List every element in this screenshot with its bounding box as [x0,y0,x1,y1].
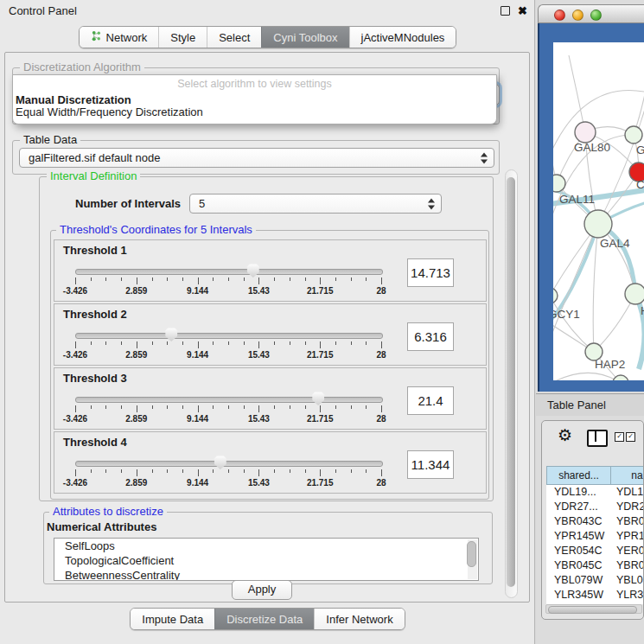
network-node-label: GAL11 [559,193,595,206]
threshold-panel-1: Threshold 1-3.4262.8599.14415.4321.71528… [54,239,487,302]
numerical-attributes-label: Numerical Attributes [47,520,156,533]
tab-style[interactable]: Style [158,27,207,48]
threshold-label: Threshold 3 [63,372,127,385]
tick-label: 28 [376,478,386,488]
zoom-traffic-light-icon[interactable] [590,10,602,21]
checkbox-icon[interactable]: ✓ [615,432,624,442]
thresholds-group: Threshold's Coordinates for 5 Intervals … [50,230,489,500]
column-header-name[interactable]: na [610,466,644,485]
network-node[interactable] [584,210,612,238]
bottom-tab-discretize-data[interactable]: Discretize Data [214,609,314,629]
attributes-scrollbar[interactable] [468,539,477,579]
table-row[interactable]: YDR27...YDR2 [546,500,644,514]
threshold-slider[interactable] [75,269,383,275]
attribute-list-item[interactable]: BetweennessCentrality [54,568,478,581]
tick-label: 21.715 [307,478,334,488]
numerical-attributes-list[interactable]: SelfLoopsTopologicalCoefficientBetweenne… [54,538,479,581]
network-node[interactable] [553,175,565,192]
network-node[interactable] [613,375,628,380]
slider-thumb[interactable] [312,392,325,405]
attribute-list-item[interactable]: TopologicalCoefficient [54,553,478,568]
close-icon[interactable]: ✖ [518,5,527,16]
network-window-titlebar[interactable] [538,4,644,23]
slider-thumb[interactable] [246,264,259,277]
slider-tick-labels: -3.4262.8599.14415.4321.71528 [75,350,381,360]
column-header-shared[interactable]: shared... [546,466,611,485]
apply-button[interactable]: Apply [232,580,292,600]
dropdown-option-equal-width-frequency-discretization[interactable]: Equal Width/Frequency Discretization [13,106,496,118]
tick-label: -3.426 [63,414,87,424]
threshold-value-field[interactable]: 6.316 [407,322,454,351]
threshold-label: Threshold 1 [63,244,127,257]
network-graph: GAL80GACGAL11GAL4GCY1HHAP2 [553,42,644,380]
cell-shared-name: YDL19... [546,485,610,500]
network-node[interactable] [553,288,558,303]
table-row[interactable]: YLR345WYLR3 [546,588,644,603]
network-node[interactable] [625,126,642,143]
network-node-label: HAP2 [595,358,625,371]
tick-label: -3.426 [63,350,87,360]
slider-thumb[interactable] [165,328,178,341]
slider-tick-labels: -3.4262.8599.14415.4321.71528 [75,478,381,488]
slider-ticks [75,277,381,285]
threshold-value-field[interactable]: 21.4 [407,386,454,415]
tab-label: Select [219,31,250,44]
slider-ticks [75,469,381,477]
table-row[interactable]: YBL079WYBL0 [546,573,644,588]
table-horizontal-scrollbar[interactable] [545,604,642,614]
tick-label: 9.144 [187,286,208,296]
network-node[interactable] [575,122,596,143]
threshold-value-field[interactable]: 11.344 [407,450,454,479]
tick-label: 2.859 [125,414,147,424]
cell-name: YDL1 [610,485,643,500]
network-canvas[interactable]: GAL80GACGAL11GAL4GCY1HHAP2 [553,42,644,380]
tick-label: 28 [376,414,386,424]
tab-label: Discretize Data [226,613,303,626]
network-view-window: GAL80GACGAL11GAL4GCY1HHAP2 [538,4,644,392]
window-title: Control Panel [9,4,77,17]
table-row[interactable]: YBR043CYBR0 [546,514,644,529]
tab-jactivemnodules[interactable]: jActiveMNodules [349,27,456,48]
float-window-icon[interactable] [501,6,510,16]
bottom-tab-infer-network[interactable]: Infer Network [314,609,404,629]
network-edge [553,373,621,380]
tick-label: 28 [376,286,386,296]
cell-name: YBR0 [610,514,644,529]
tick-label: 21.715 [307,414,334,424]
panel-vertical-scrollbar[interactable] [505,169,518,598]
threshold-label: Threshold 2 [63,308,127,321]
table-data-combobox[interactable]: galFiltered.sif default node [19,148,494,168]
slider-thumb[interactable] [214,456,226,469]
network-node[interactable] [625,284,644,304]
tick-label: 9.144 [187,414,208,424]
top-tab-bar: NetworkStyleSelectCyni ToolboxjActiveMNo… [0,26,535,48]
network-window-frame: GAL80GACGAL11GAL4GCY1HHAP2 [538,23,644,392]
tab-cyni-toolbox[interactable]: Cyni Toolbox [261,27,348,48]
gear-icon[interactable]: ⚙ [558,425,572,445]
node-table[interactable]: YDL19...YDL1YDR27...YDR2YBR043CYBR0YPR14… [546,485,644,604]
tab-network[interactable]: Network [80,27,159,48]
attributes-group-title: Attributes to discretize [49,506,167,518]
dropdown-option-manual-discretization[interactable]: Manual Discretization [13,94,496,106]
bottom-tab-impute-data[interactable]: Impute Data [131,609,214,629]
algorithm-group-title: Discretization Algorithm [20,61,144,73]
table-row[interactable]: YBR045CYBR0 [546,558,644,573]
threshold-label: Threshold 4 [63,436,127,449]
minimize-traffic-light-icon[interactable] [572,10,583,21]
network-node-label: GAL4 [600,237,630,250]
table-row[interactable]: YDL19...YDL1 [546,485,644,500]
table-row[interactable]: YPR145WYPR1 [546,529,644,544]
attribute-list-item[interactable]: SelfLoops [54,539,478,553]
close-traffic-light-icon[interactable] [554,10,565,21]
threshold-slider[interactable] [75,461,383,467]
tab-select[interactable]: Select [207,27,261,48]
table-row[interactable]: YER054CYER0 [546,544,644,558]
split-columns-icon[interactable] [587,430,608,447]
threshold-value-field[interactable]: 14.713 [407,258,454,287]
tick-label: 28 [376,350,386,360]
num-intervals-combobox[interactable]: 5 [189,194,442,214]
thresholds-group-title: Threshold's Coordinates for 5 Intervals [56,224,256,236]
threshold-slider[interactable] [75,397,383,403]
threshold-slider[interactable] [75,333,383,339]
checkbox-icon[interactable]: ✓ [626,432,635,442]
